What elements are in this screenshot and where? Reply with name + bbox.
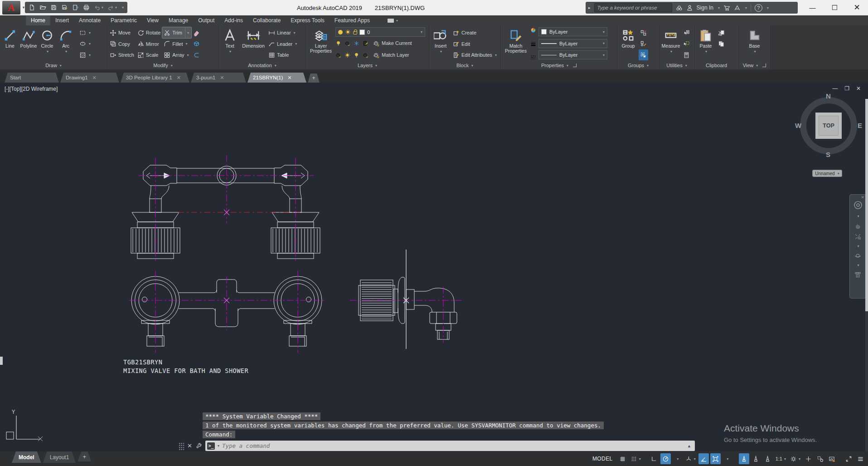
recent-commands-dropdown-icon[interactable]: ▾ xyxy=(218,444,219,448)
panel-label-utilities[interactable]: Utilities▾ xyxy=(659,61,694,69)
panel-label-properties[interactable]: Properties▾ xyxy=(501,61,617,69)
app-store-cart-icon[interactable] xyxy=(723,5,730,11)
doc-tab-3-puun1[interactable]: 3-puun1✕ xyxy=(191,73,246,83)
tab-manage[interactable]: Manage xyxy=(164,15,193,25)
panel-label-modify[interactable]: Modify▾ xyxy=(107,61,218,69)
help-dropdown-icon[interactable]: ▾ xyxy=(767,6,769,10)
help-icon[interactable]: ? xyxy=(755,4,762,12)
autodesk-share-icon[interactable] xyxy=(734,5,741,11)
copy-clip-button[interactable] xyxy=(717,39,726,49)
text-button[interactable]: Text▾ xyxy=(220,26,240,61)
copy-button[interactable]: Copy xyxy=(108,39,136,49)
navbar-zoom-dropdown[interactable]: ▾ xyxy=(857,244,859,248)
model-tab[interactable]: Model xyxy=(12,451,41,463)
match-layer-button[interactable]: Match Layer xyxy=(372,49,411,60)
tab-home[interactable]: Home xyxy=(26,15,50,25)
command-expand-icon[interactable]: ▲ xyxy=(687,444,691,448)
quick-select-list-button[interactable] xyxy=(682,27,691,38)
measure-button[interactable]: Measure▾ xyxy=(660,26,681,61)
layer-off-icon[interactable] xyxy=(335,40,341,46)
viewport-scrollbar[interactable] xyxy=(865,99,868,451)
infocenter-collapse-icon[interactable]: ▸ xyxy=(588,5,591,10)
leader-button[interactable]: Leader▾ xyxy=(267,39,298,49)
scrollbar-thumb[interactable] xyxy=(865,99,868,311)
command-customize-wrench-icon[interactable] xyxy=(195,442,202,449)
model-space-indicator[interactable]: MODEL xyxy=(589,456,616,462)
tab-add-ins[interactable]: Add-ins xyxy=(219,15,248,25)
annotation-scale-dropdown[interactable]: 1:1▾ xyxy=(774,453,787,464)
tab-featured-apps[interactable]: Featured Apps xyxy=(330,15,375,25)
tab-parametric[interactable]: Parametric xyxy=(106,15,142,25)
pan-hand-icon[interactable] xyxy=(854,222,861,229)
new-layout-button[interactable]: + xyxy=(78,451,91,461)
close-tab-icon[interactable]: ✕ xyxy=(92,75,97,81)
line-button[interactable]: Line xyxy=(1,26,19,61)
infocenter-search-input[interactable] xyxy=(594,3,672,12)
layer-unlock-icon[interactable] xyxy=(354,52,359,58)
layer-freeze-icon[interactable] xyxy=(354,40,359,46)
named-view-pill[interactable]: Unnamed▾ xyxy=(812,170,842,177)
erase-button[interactable] xyxy=(192,27,201,38)
orbit-icon[interactable] xyxy=(854,252,861,259)
layer-properties-button[interactable]: Layer Properties xyxy=(307,26,335,61)
linear-button[interactable]: Linear▾ xyxy=(267,27,298,38)
isometric-drafting-toggle[interactable]: ▾ xyxy=(684,453,697,464)
command-close-icon[interactable]: ✕ xyxy=(187,443,192,449)
polyline-button[interactable]: Polyline xyxy=(19,26,38,61)
redo-button[interactable]: ▾ xyxy=(107,4,117,11)
layer-dropdown[interactable]: 0 ▾ xyxy=(335,27,425,37)
make-current-button[interactable]: Make Current xyxy=(372,38,413,49)
paste-button[interactable]: Paste▾ xyxy=(695,26,716,61)
graphics-performance-button[interactable] xyxy=(827,453,837,464)
rectangle-button[interactable]: ▾ xyxy=(78,27,92,38)
object-snap-dropdown[interactable]: ▾ xyxy=(722,453,732,464)
doc-tab-21sbryn-active[interactable]: 21SBRYN(1)✕ xyxy=(247,73,306,83)
close-tab-icon[interactable]: ✕ xyxy=(220,75,224,81)
move-button[interactable]: Move xyxy=(108,27,136,38)
layer-isolate-icon[interactable] xyxy=(344,40,350,46)
panel-label-view[interactable]: View▾ xyxy=(739,61,770,69)
maximize-button[interactable]: ☐ xyxy=(824,0,846,15)
print-icon[interactable] xyxy=(83,4,90,11)
viewcube-top-face[interactable]: TOP xyxy=(815,113,842,139)
search-icon[interactable] xyxy=(676,5,683,11)
steering-wheel-icon[interactable] xyxy=(853,200,863,210)
match-properties-button[interactable]: Match Properties xyxy=(502,26,530,61)
explode-button[interactable] xyxy=(192,39,201,49)
panel-label-clipboard[interactable]: Clipboard xyxy=(694,61,738,69)
insert-block-button[interactable]: Insert▾ xyxy=(430,26,451,61)
grid-display-toggle[interactable] xyxy=(617,453,628,464)
layer-thaw-icon[interactable] xyxy=(344,52,350,58)
stretch-button[interactable]: Stretch xyxy=(108,49,136,60)
model-space-viewport[interactable]: [-][Top][2D Wireframe] — ❐ ✕ xyxy=(0,83,868,451)
command-dock-grip[interactable] xyxy=(178,442,184,450)
viewcube-west[interactable]: W xyxy=(795,122,801,129)
layer-color-swatch[interactable] xyxy=(359,29,365,35)
tab-view[interactable]: View xyxy=(142,15,164,25)
fillet-button[interactable]: Fillet▾ xyxy=(162,39,191,49)
close-button[interactable]: ✕ xyxy=(846,0,868,15)
command-input[interactable] xyxy=(222,442,684,449)
linetype-dropdown[interactable]: ByLayer▾ xyxy=(538,50,607,59)
ellipse-button[interactable]: ▾ xyxy=(78,39,92,49)
tab-annotate[interactable]: Annotate xyxy=(74,15,106,25)
viewcube-east[interactable]: E xyxy=(858,122,862,129)
plot-transfer-icon[interactable] xyxy=(72,4,79,11)
annotation-autoscale-toggle[interactable] xyxy=(751,453,761,464)
doc-tab-drawing1[interactable]: Drawing1✕ xyxy=(60,73,119,83)
group-edit-button[interactable] xyxy=(639,39,648,49)
annotation-monitor-button[interactable] xyxy=(803,453,814,464)
viewcube[interactable]: N S W E TOP xyxy=(796,93,862,165)
group-button[interactable]: Group xyxy=(618,26,638,61)
open-file-icon[interactable] xyxy=(39,4,46,11)
layer-dropdown-arrow[interactable]: ▾ xyxy=(421,30,422,34)
color-wheel-icon[interactable] xyxy=(530,27,536,33)
layer-on-bulb-icon[interactable] xyxy=(338,30,343,34)
snap-mode-toggle[interactable]: ▾ xyxy=(629,453,642,464)
trim-button[interactable]: Trim▾ xyxy=(162,27,191,38)
create-block-button[interactable]: Create xyxy=(451,27,498,38)
clean-screen-button[interactable] xyxy=(844,453,854,464)
navbar-close-icon[interactable]: ✕ xyxy=(861,195,864,200)
lineweight-list-icon[interactable] xyxy=(530,41,536,47)
navigation-bar[interactable]: ✕ ▾ ▾ ▾ xyxy=(849,194,866,299)
